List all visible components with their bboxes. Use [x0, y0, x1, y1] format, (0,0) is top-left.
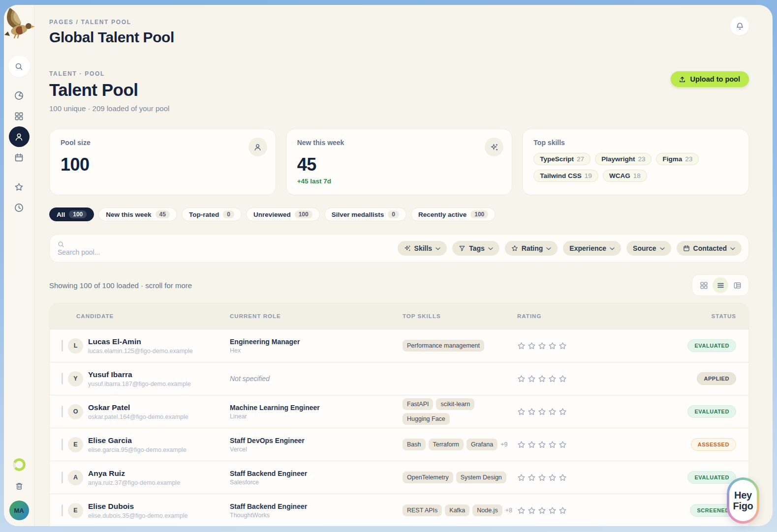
candidate-company: ThoughtWorks [230, 512, 403, 519]
chevron-down-icon [660, 247, 665, 250]
skill-tag: Performance management [403, 340, 484, 352]
results-summary: Showing 100 of 100 loaded · scroll for m… [49, 281, 192, 290]
page-title: Global Talent Pool [49, 29, 174, 46]
tab-unreviewed[interactable]: Unreviewed100 [246, 207, 320, 221]
star-icon [528, 342, 536, 350]
notifications-button[interactable] [730, 17, 749, 35]
source-filter-dropdown[interactable]: Source [626, 241, 671, 256]
row-drag-handle[interactable] [62, 439, 63, 450]
skill-tag: Grafana [466, 439, 497, 450]
main-content: PAGES / TALENT POOL Global Talent Pool T… [34, 5, 773, 526]
star-icon [559, 506, 567, 515]
contacted-filter-dropdown[interactable]: Contacted [677, 241, 742, 256]
list-view-icon [716, 281, 725, 290]
candidate-initial-avatar: E [68, 503, 83, 518]
top-skill-chip[interactable]: Figma23 [656, 153, 699, 165]
skill-tag: Kafka [445, 504, 469, 516]
candidate-company: Hex [230, 347, 403, 354]
row-drag-handle[interactable] [62, 340, 63, 352]
table-row[interactable]: A Anya Ruiz anya.ruiz.37@figo-demo.examp… [50, 461, 748, 494]
star-icon [528, 506, 536, 515]
tab-recently-active[interactable]: Recently active100 [411, 207, 496, 221]
tab-all[interactable]: All100 [49, 207, 94, 221]
sidebar-item-calendar[interactable] [9, 147, 30, 168]
tab-top-rated[interactable]: Top-rated0 [182, 207, 242, 221]
new-this-week-value: 45 [297, 154, 501, 175]
candidate-initial-avatar: O [68, 404, 83, 419]
rating-stars[interactable] [517, 473, 606, 482]
star-icon [548, 506, 557, 515]
sidebar-item-dashboard[interactable] [9, 106, 30, 126]
table-row[interactable]: E Elise Garcia elise.garcia.95@figo-demo… [50, 428, 748, 461]
rating-stars[interactable] [517, 408, 606, 416]
skill-tag: OpenTelemetry [403, 472, 453, 483]
sidebar-item-talent-pool[interactable] [9, 126, 30, 147]
star-icon [548, 342, 557, 350]
list-view-button[interactable] [713, 277, 728, 293]
sidebar-item-favorites[interactable] [9, 177, 30, 197]
top-skills-label: Top skills [533, 139, 738, 147]
row-drag-handle[interactable] [62, 406, 63, 417]
table-view-icon [733, 281, 742, 290]
rating-filter-dropdown[interactable]: Rating [505, 241, 558, 256]
row-drag-handle[interactable] [62, 504, 63, 516]
row-drag-handle[interactable] [62, 373, 63, 384]
rating-stars[interactable] [517, 342, 606, 350]
sparkles-icon [404, 245, 411, 252]
more-skills-count: +9 [500, 441, 507, 448]
star-icon [517, 473, 526, 482]
grid-icon [14, 112, 24, 121]
trash-button[interactable] [15, 482, 24, 491]
candidate-name[interactable]: Lucas El-Amin [88, 337, 193, 346]
pool-size-label: Pool size [61, 139, 265, 147]
row-drag-handle[interactable] [62, 472, 63, 483]
tab-new-this-week[interactable]: New this week45 [98, 207, 177, 221]
sidebar-item-analytics[interactable] [9, 85, 30, 106]
person-icon [14, 132, 24, 142]
candidate-role-missing: Not specified [230, 375, 403, 383]
table-header: CANDIDATE CURRENT ROLE TOP SKILLS RATING… [50, 303, 748, 329]
top-skill-chip[interactable]: Playwright23 [595, 153, 652, 165]
candidate-name[interactable]: Yusuf Ibarra [88, 370, 191, 379]
user-avatar[interactable]: MA [9, 501, 29, 520]
grid-view-button[interactable] [696, 277, 712, 293]
top-skill-chip[interactable]: TypeScript27 [533, 153, 591, 165]
person-icon [249, 138, 267, 156]
skills-filter-dropdown[interactable]: Skills [398, 241, 447, 256]
star-icon [538, 441, 546, 449]
rating-stars[interactable] [517, 506, 606, 515]
chevron-down-icon [546, 247, 551, 250]
star-icon [517, 441, 526, 449]
candidate-initial-avatar: Y [68, 371, 83, 386]
new-this-week-label: New this week [297, 139, 501, 147]
sidebar-item-history[interactable] [9, 197, 30, 218]
hey-figo-badge[interactable]: Hey Figo [727, 477, 759, 524]
sidebar-search-button[interactable] [8, 56, 30, 77]
candidate-name[interactable]: Elise Dubois [88, 502, 187, 511]
column-current-role: CURRENT ROLE [230, 313, 403, 319]
table-row[interactable]: O Oskar Patel oskar.patel.164@figo-demo.… [50, 395, 748, 428]
search-input[interactable] [58, 248, 398, 256]
table-row[interactable]: E Elise Dubois elise.dubois.35@figo-demo… [50, 494, 748, 526]
candidate-company: Vercel [230, 446, 403, 453]
table-view-button[interactable] [729, 277, 745, 293]
upload-to-pool-button[interactable]: Upload to pool [671, 71, 749, 87]
star-icon [517, 342, 526, 350]
tab-silver-medallists[interactable]: Silver medallists0 [324, 207, 406, 221]
top-skill-chip[interactable]: WCAG18 [603, 170, 647, 182]
candidate-role: Staff DevOps Engineer [230, 437, 403, 444]
rating-stars[interactable] [517, 441, 606, 449]
experience-filter-dropdown[interactable]: Experience [563, 241, 621, 256]
pie-chart-icon [14, 91, 24, 100]
upload-icon [679, 76, 686, 83]
chevron-down-icon [610, 247, 615, 250]
candidate-name[interactable]: Oskar Patel [88, 403, 188, 412]
trash-icon [15, 482, 24, 491]
table-row[interactable]: Y Yusuf Ibarra yusuf.ibarra.187@figo-dem… [50, 362, 748, 395]
top-skill-chip[interactable]: Tailwind CSS19 [533, 170, 598, 182]
candidate-name[interactable]: Elise Garcia [88, 436, 186, 445]
tags-filter-dropdown[interactable]: Tags [452, 241, 499, 256]
candidate-name[interactable]: Anya Ruiz [88, 469, 180, 478]
rating-stars[interactable] [517, 375, 606, 383]
table-row[interactable]: L Lucas El-Amin lucas.elamin.125@figo-de… [50, 329, 748, 362]
